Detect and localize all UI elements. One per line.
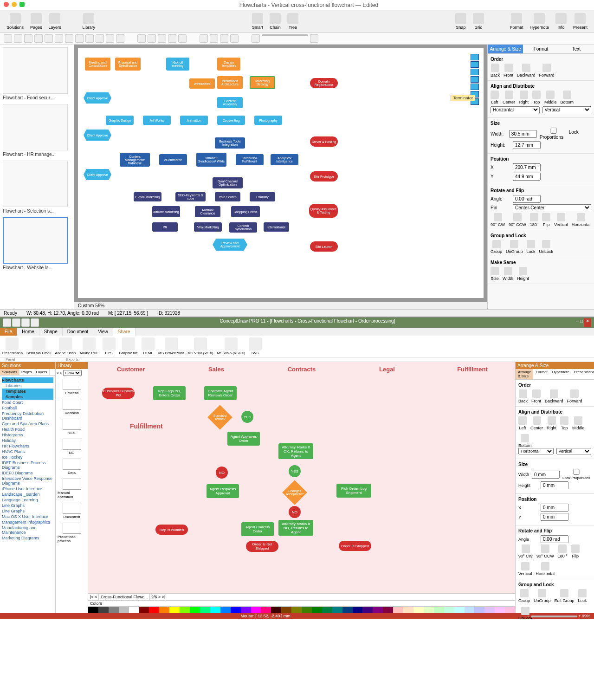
canvas2[interactable]: Customer Sales Contracts Legal Fulfillme…: [88, 362, 515, 593]
align-left-button[interactable]: Left: [491, 91, 499, 104]
color-swatch[interactable]: [424, 607, 434, 613]
lock-button[interactable]: Lock: [527, 240, 536, 254]
shape-usab[interactable]: Usability: [250, 192, 275, 201]
rp2-left[interactable]: Left: [518, 416, 527, 430]
snap-button[interactable]: Snap: [452, 12, 469, 31]
rp2-tab-format[interactable]: Format: [533, 369, 549, 379]
color-swatch[interactable]: [190, 607, 200, 613]
shape-domain[interactable]: Domain Registrations: [310, 78, 338, 88]
tree-item[interactable]: Line Graphs: [2, 508, 53, 514]
tree-item[interactable]: Frequency Distribution Dashboard: [2, 411, 53, 421]
color-swatch[interactable]: [484, 607, 495, 613]
shape-info[interactable]: Information Architecture: [217, 76, 243, 89]
rp2-flip[interactable]: Flip: [571, 544, 580, 558]
rb-vdx[interactable]: MS Visio (VDX): [187, 337, 213, 355]
rp2-center[interactable]: Center: [530, 416, 543, 430]
palette-shape[interactable]: [471, 76, 479, 83]
ellipse-tool-icon[interactable]: [45, 34, 53, 43]
order-front-button[interactable]: Front: [504, 64, 513, 78]
pin-select[interactable]: Center-Center: [513, 204, 591, 211]
thumbnail-item[interactable]: Flowchart - Food secur...: [3, 47, 71, 100]
palette-shape[interactable]: [471, 69, 479, 75]
shape-assembly[interactable]: Content Assembly: [217, 97, 243, 108]
align-top-button[interactable]: Top: [532, 91, 541, 104]
color-swatch[interactable]: [88, 607, 98, 613]
color-swatch[interactable]: [413, 607, 424, 613]
tree-item[interactable]: iPhone User Interface: [2, 486, 53, 492]
color-swatch[interactable]: [434, 607, 444, 613]
rb-flash[interactable]: Adobe Flash: [55, 337, 76, 355]
color-swatch[interactable]: [444, 607, 454, 613]
order-back-button[interactable]: Back: [491, 64, 500, 78]
tree-item[interactable]: Interactive Voice Response Diagrams: [2, 476, 53, 486]
win-close-icon[interactable]: ✕: [584, 318, 591, 327]
rb-pdf[interactable]: Adobe PDF: [79, 337, 98, 355]
flip-v-button[interactable]: Vertical: [554, 213, 568, 227]
shape-review[interactable]: Review and Approvement: [213, 239, 247, 251]
shape-shop[interactable]: Shopping Feeds: [231, 206, 260, 217]
shape-kickoff[interactable]: Kick-off meeting: [166, 58, 189, 71]
shape-photo[interactable]: Photography: [254, 116, 282, 125]
chain-button[interactable]: Chain: [267, 12, 284, 31]
shape-copy[interactable]: Copywriting: [217, 116, 245, 125]
palette-shape[interactable]: [471, 61, 479, 68]
color-swatch[interactable]: [251, 607, 261, 613]
color-swatch[interactable]: [220, 607, 231, 613]
shape-auction[interactable]: Auction/ Clearance: [195, 206, 220, 217]
palette-shape[interactable]: [471, 84, 479, 90]
shape-intl[interactable]: International: [264, 222, 289, 232]
width-input[interactable]: [509, 130, 537, 138]
tree-item[interactable]: HR Flowcharts: [2, 443, 53, 449]
tree-item[interactable]: IDEF Business Process Diagrams: [2, 460, 53, 470]
select-tool-icon[interactable]: [14, 34, 22, 43]
color-swatch[interactable]: [281, 607, 291, 613]
rp2-unlock[interactable]: UnLock: [518, 607, 533, 619]
color-swatch[interactable]: [465, 607, 475, 613]
shape-approve1[interactable]: Client Approve: [84, 92, 111, 104]
doc-tab-nav[interactable]: |< <: [90, 595, 97, 599]
tab-format[interactable]: Format: [523, 45, 558, 53]
info-button[interactable]: Info: [553, 12, 569, 31]
color-swatch[interactable]: [403, 607, 413, 613]
color-swatch[interactable]: [505, 607, 515, 613]
color-swatch[interactable]: [139, 607, 149, 613]
align-right-button[interactable]: Right: [519, 91, 529, 104]
solutions-button[interactable]: Solutions: [4, 12, 26, 31]
shape-seo[interactable]: SEO-Keywords & code: [175, 192, 206, 201]
tab-arrange[interactable]: Arrange & Size: [488, 45, 523, 53]
thumbnail-item[interactable]: Flowchart - Selection s...: [3, 161, 71, 214]
tree-templates[interactable]: Templates: [2, 389, 53, 394]
shape-req[interactable]: Agent Requests Approval: [207, 484, 239, 498]
paint-tool-icon[interactable]: [220, 34, 228, 43]
color-swatch[interactable]: [454, 607, 465, 613]
rb-vsdx[interactable]: MS Visio (VSDX): [217, 337, 245, 355]
shape-rep-notified[interactable]: Rep Is Notified: [155, 525, 188, 535]
format-button[interactable]: Format: [507, 12, 526, 31]
align-center-button[interactable]: Center: [503, 91, 515, 104]
tree-samples[interactable]: Samples: [2, 394, 53, 400]
color-swatch[interactable]: [353, 607, 363, 613]
qat-new-icon[interactable]: [3, 318, 11, 327]
shape-approve2[interactable]: Client Approve: [84, 130, 111, 141]
smart-button[interactable]: Smart: [249, 12, 266, 31]
shape-yes1[interactable]: YES: [241, 411, 253, 423]
tree-item[interactable]: Ice Hockey: [2, 454, 53, 460]
shape-graphic[interactable]: Graphic Design: [106, 116, 134, 125]
color-swatch[interactable]: [322, 607, 332, 613]
shape-server[interactable]: Server & Hosting: [310, 136, 338, 147]
color-swatch[interactable]: [302, 607, 312, 613]
shape-pick[interactable]: Pick Order, Log Shipment: [336, 484, 371, 498]
height-input[interactable]: [513, 141, 541, 149]
shape-ecom[interactable]: eCommerce: [159, 154, 187, 165]
color-swatch[interactable]: [169, 607, 180, 613]
flowchart-canvas[interactable]: Meeting and Consultation Proposal and Sp…: [78, 48, 484, 298]
edit-tool-icon[interactable]: [230, 34, 239, 43]
tree-item[interactable]: IDEF0 Diagrams: [2, 470, 53, 476]
color-swatch[interactable]: [342, 607, 353, 613]
solutions-tab-pages[interactable]: Pages: [19, 369, 34, 375]
shape-submit[interactable]: Customer Submits PO: [102, 388, 135, 399]
unlock-button[interactable]: UnLock: [539, 240, 554, 254]
pointer-tool-icon[interactable]: [4, 34, 12, 43]
library-shape[interactable]: Decision: [56, 397, 88, 417]
rect-tool-icon[interactable]: [34, 34, 43, 43]
